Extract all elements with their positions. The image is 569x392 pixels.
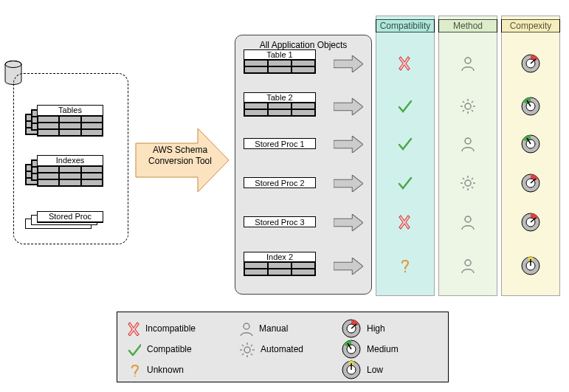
gear-icon [458,96,478,117]
legend-label: Automated [261,344,303,354]
object-label: Table 1 [244,49,316,60]
legend-incompatible: Incompatible [128,321,238,336]
legend-medium: Medium [342,340,445,359]
legend-manual: Manual [238,321,342,336]
question-icon [395,255,415,276]
arrow-icon [334,214,363,230]
x-icon [395,53,415,74]
object-label: Stored Proc 3 [244,216,316,227]
object-table2: Table 2 [244,92,316,117]
legend-label: High [367,323,385,334]
arrow-icon [334,136,363,152]
legend: Incompatible Manual High Compatible Auto… [117,312,449,382]
object-sp2: Stored Proc 2 [244,177,316,188]
indexes-label: Indexes [38,156,103,166]
legend-label: Compatible [147,344,192,354]
legend-label: Incompatible [145,323,196,334]
tables-label: Tables [38,106,103,116]
object-table1: Table 1 [244,49,316,74]
legend-label: Low [367,365,383,375]
legend-low: Low [342,360,445,379]
legend-high: High [342,319,445,338]
arrow-icon [334,258,363,274]
gauge-medium-icon [520,96,541,117]
legend-compatible: Compatible [128,343,238,356]
legend-unknown: Unknown [128,363,238,376]
arrow-icon [334,175,363,191]
arrow-icon [334,55,363,72]
check-icon [395,173,415,193]
person-icon [458,212,478,233]
person-icon [458,134,478,154]
gauge-high-icon [520,173,541,193]
gear-icon [458,173,478,193]
person-icon [458,255,478,276]
gauge-medium-icon [520,134,541,154]
object-index2: Index 2 [244,252,316,276]
check-icon [395,96,415,117]
object-label: Index 2 [244,252,316,262]
stored-proc-label: Stored Proc [38,212,103,222]
arrow-label: AWS Schema Conversion Tool [144,145,216,167]
object-label: Stored Proc 1 [244,138,316,149]
object-sp1: Stored Proc 1 [244,138,316,149]
x-icon [395,212,415,233]
legend-automated: Automated [238,341,342,357]
person-icon [458,53,478,74]
legend-label: Manual [259,323,288,334]
arrow-icon [334,98,363,114]
objects-title: All Application Objects [235,40,371,50]
legend-label: Unknown [147,365,184,375]
legend-label: Medium [367,344,399,354]
gauge-high-icon [520,212,541,233]
gauge-low-icon [520,255,541,276]
gauge-high-icon [520,53,541,74]
object-sp3: Stored Proc 3 [244,216,316,227]
object-label: Table 2 [244,92,316,103]
object-label: Stored Proc 2 [244,177,316,188]
check-icon [395,134,415,154]
